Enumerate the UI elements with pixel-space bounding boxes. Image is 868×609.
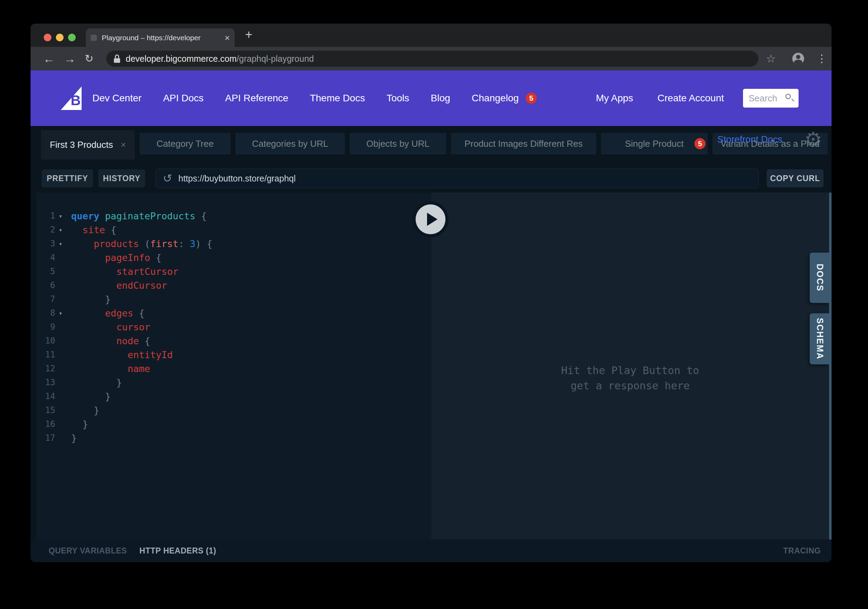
- playground-tab-product-images-different-res[interactable]: Product Images Different Res: [451, 133, 596, 155]
- tab-label: Product Images Different Res: [465, 138, 583, 149]
- nav-item-tools[interactable]: Tools: [386, 93, 409, 104]
- playground-tab-objects-by-url[interactable]: Objects by URL: [350, 133, 446, 155]
- tab-label: Single Product: [625, 138, 684, 149]
- forward-icon[interactable]: →: [64, 53, 76, 65]
- nav-item-api-docs[interactable]: API Docs: [163, 93, 204, 104]
- code-line[interactable]: 1▾query paginateProducts {: [36, 209, 431, 223]
- code-text: edges {: [71, 308, 144, 318]
- bigcommerce-logo-icon[interactable]: B: [61, 85, 83, 111]
- line-number: 6: [36, 280, 55, 290]
- code-line[interactable]: 8▾ edges {: [36, 306, 431, 320]
- copy-curl-button[interactable]: COPY CURL: [767, 169, 823, 187]
- code-line[interactable]: 5 startCursor: [36, 264, 431, 278]
- reset-endpoint-icon[interactable]: ↺: [163, 173, 172, 184]
- tab-label: First 3 Products: [50, 139, 113, 150]
- code-text: }: [71, 377, 122, 388]
- docs-side-tab[interactable]: DOCS: [810, 253, 830, 303]
- new-tab-button[interactable]: +: [245, 27, 253, 42]
- nav-item-my-apps[interactable]: My Apps: [596, 93, 633, 104]
- code-line[interactable]: 14 }: [36, 390, 431, 403]
- code-line[interactable]: 6 endCursor: [36, 278, 431, 292]
- playground-tab-categories-by-url[interactable]: Categories by URL: [236, 133, 345, 155]
- storefront-docs-link[interactable]: Storefront Docs: [717, 134, 783, 145]
- prettify-button[interactable]: PRETTIFY: [42, 169, 93, 187]
- minimize-window-button[interactable]: [56, 34, 64, 41]
- scrollbar[interactable]: [829, 193, 832, 539]
- line-number: 17: [36, 433, 55, 443]
- tracing-tab[interactable]: TRACING: [783, 546, 821, 556]
- code-line[interactable]: 7 }: [36, 292, 431, 306]
- code-text: }: [71, 419, 88, 430]
- query-variables-tab[interactable]: QUERY VARIABLES: [49, 546, 127, 556]
- history-button[interactable]: HISTORY: [98, 169, 145, 187]
- close-tab-icon[interactable]: ×: [121, 139, 126, 150]
- line-number: 8: [36, 308, 55, 318]
- response-placeholder-line: Hit the Play Button to: [431, 363, 829, 378]
- code-text: products (first: 3) {: [71, 238, 212, 249]
- code-line[interactable]: 4 pageInfo {: [36, 250, 431, 264]
- address-bar[interactable]: developer.bigcommerce.com/graphql-playgr…: [106, 51, 758, 66]
- playground-tab-first-3-products[interactable]: First 3 Products×: [41, 130, 135, 160]
- playground-tab-single-product[interactable]: Single Product5: [601, 133, 708, 155]
- code-line[interactable]: 11 entityId: [36, 348, 431, 362]
- site-search: [743, 89, 798, 108]
- tab-title-fade: [203, 28, 219, 47]
- fold-arrow-icon[interactable]: ▾: [55, 226, 68, 233]
- code-line[interactable]: 9 cursor: [36, 320, 431, 334]
- play-icon: [415, 204, 445, 234]
- tab-close-icon[interactable]: ×: [225, 33, 230, 42]
- fold-arrow-icon[interactable]: ▾: [55, 309, 68, 317]
- line-number: 2: [36, 225, 55, 235]
- code-line[interactable]: 2▾ site {: [36, 223, 431, 236]
- code-line[interactable]: 16 }: [36, 417, 431, 431]
- schema-side-tab[interactable]: SCHEMA: [810, 313, 830, 364]
- fold-arrow-icon[interactable]: ▾: [55, 212, 68, 219]
- code-text: entityId: [71, 349, 173, 360]
- playground-tab-category-tree[interactable]: Category Tree: [140, 133, 231, 155]
- code-text: }: [71, 294, 111, 304]
- code-line[interactable]: 15 }: [36, 403, 431, 417]
- query-editor[interactable]: 1▾query paginateProducts {2▾ site {3▾ pr…: [36, 193, 431, 539]
- browser-tab-strip: Playground – https://developer × +: [31, 23, 832, 47]
- site-nav: B Dev CenterAPI DocsAPI ReferenceTheme D…: [31, 70, 832, 126]
- nav-item-blog[interactable]: Blog: [431, 93, 450, 104]
- nav-item-theme-docs[interactable]: Theme Docs: [310, 93, 365, 104]
- line-number: 5: [36, 266, 55, 276]
- line-number: 11: [36, 350, 55, 360]
- browser-window: Playground – https://developer × + ← → ↻…: [31, 23, 832, 562]
- reload-icon[interactable]: ↻: [85, 53, 93, 64]
- playground-toolbar: PRETTIFY HISTORY ↺ https://buybutton.sto…: [31, 160, 832, 193]
- fold-arrow-icon[interactable]: ▾: [55, 240, 68, 247]
- nav-item-changelog[interactable]: Changelog: [472, 93, 519, 104]
- code-line[interactable]: 10 node {: [36, 334, 431, 348]
- nav-item-create-account[interactable]: Create Account: [657, 93, 724, 104]
- tab-label: Category Tree: [157, 138, 214, 149]
- close-window-button[interactable]: [44, 34, 51, 41]
- execute-query-button[interactable]: [412, 201, 449, 237]
- bookmark-star-icon[interactable]: ☆: [766, 53, 776, 64]
- code-text: endCursor: [71, 280, 167, 291]
- line-number: 14: [36, 391, 55, 401]
- response-placeholder: Hit the Play Button to get a response he…: [431, 363, 829, 394]
- profile-avatar[interactable]: [792, 53, 804, 65]
- code-line[interactable]: 17}: [36, 431, 431, 445]
- http-headers-tab[interactable]: HTTP HEADERS (1): [140, 546, 216, 556]
- nav-item-dev-center[interactable]: Dev Center: [92, 93, 142, 104]
- code-line[interactable]: 3▾ products (first: 3) {: [36, 236, 431, 250]
- code-text: site {: [71, 224, 116, 235]
- code-text: cursor: [71, 322, 150, 332]
- line-number: 12: [36, 364, 55, 373]
- line-number: 1: [36, 211, 55, 221]
- site-nav-right: My AppsCreate Account: [596, 89, 798, 108]
- browser-tab[interactable]: Playground – https://developer ×: [86, 28, 235, 47]
- zoom-window-button[interactable]: [68, 34, 76, 41]
- endpoint-field[interactable]: ↺ https://buybutton.store/graphql: [155, 168, 759, 188]
- code-line[interactable]: 13 }: [36, 376, 431, 390]
- code-line[interactable]: 12 name: [36, 362, 431, 376]
- endpoint-url: https://buybutton.store/graphql: [178, 173, 296, 184]
- nav-item-api-reference[interactable]: API Reference: [225, 93, 288, 104]
- line-number: 15: [36, 405, 55, 415]
- back-icon[interactable]: ←: [43, 53, 55, 65]
- line-number: 10: [36, 336, 55, 346]
- browser-menu-icon[interactable]: ⋮: [817, 53, 827, 64]
